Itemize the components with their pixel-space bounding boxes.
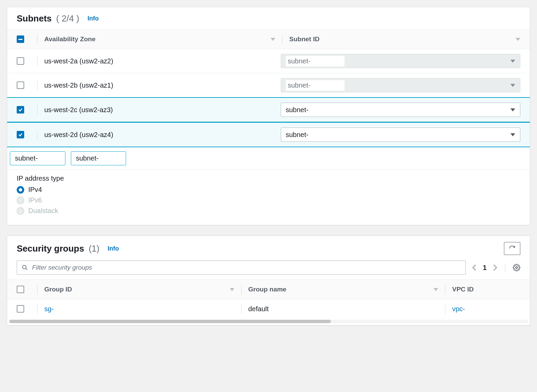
sort-icon[interactable]	[433, 288, 438, 291]
ip-type-label: Dualstack	[28, 207, 58, 215]
chevron-down-icon	[510, 133, 515, 136]
subnets-title: Subnets ( 2/4 )	[17, 13, 79, 24]
security-group-row[interactable]: sg- default vpc-	[7, 299, 530, 318]
availability-zone-cell: us-west-2c (usw2-az3)	[44, 106, 281, 114]
subnets-count: ( 2/4 )	[56, 13, 79, 24]
row-checkbox[interactable]	[17, 305, 24, 313]
chevron-down-icon	[510, 60, 515, 63]
security-groups-panel: Security groups (1) Info Filter security…	[7, 236, 530, 326]
subnets-title-text: Subnets	[17, 13, 52, 24]
chevron-down-icon	[510, 108, 515, 111]
security-groups-table-header: Group ID Group name VPC ID	[7, 280, 530, 299]
subnets-table-header: Availability Zone Subnet ID	[7, 29, 530, 49]
ip-type-label: IPv6	[28, 196, 42, 204]
column-divider	[241, 285, 242, 294]
subnet-id-dropdown: subnet-	[281, 78, 521, 92]
group-id-link[interactable]: sg-	[44, 305, 54, 313]
subnet-row[interactable]: us-west-2c (usw2-az3) subnet-	[7, 97, 530, 122]
subnets-header: Subnets ( 2/4 ) Info	[7, 7, 530, 29]
subnet-token[interactable]: subnet-	[71, 151, 126, 165]
svg-line-1	[26, 268, 27, 270]
column-group-name[interactable]: Group name	[248, 286, 287, 293]
divider	[505, 263, 505, 272]
security-groups-title: Security groups (1)	[17, 243, 99, 254]
security-groups-header-checkbox[interactable]	[17, 286, 24, 293]
refresh-button[interactable]	[504, 242, 520, 255]
column-divider	[37, 34, 37, 44]
settings-icon[interactable]	[513, 264, 520, 271]
security-groups-header: Security groups (1) Info	[7, 236, 530, 260]
availability-zone-cell: us-west-2a (usw2-az2)	[44, 57, 281, 65]
column-divider	[37, 285, 37, 294]
page-prev-icon[interactable]	[472, 264, 477, 271]
ip-type-label: IPv4	[28, 186, 42, 194]
selected-subnet-tokens: subnet-subnet-	[7, 147, 530, 170]
row-checkbox[interactable]	[17, 106, 24, 114]
column-divider	[37, 130, 37, 139]
subnet-id-dropdown[interactable]: subnet-	[281, 127, 521, 142]
column-divider	[445, 285, 445, 294]
subnet-token[interactable]: subnet-	[10, 151, 65, 165]
subnet-id-value: subnet-	[286, 56, 345, 66]
page-next-icon[interactable]	[493, 264, 497, 271]
column-group-id[interactable]: Group ID	[44, 286, 72, 293]
ip-type-option[interactable]: IPv4	[17, 186, 520, 194]
security-groups-filter-bar: Filter security groups 1	[7, 260, 530, 280]
sort-icon[interactable]	[230, 288, 234, 291]
ip-address-type-section: IP address type IPv4 IPv6 Dualstack	[7, 170, 530, 225]
subnet-id-value: subnet-	[286, 131, 309, 139]
availability-zone-cell: us-west-2d (usw2-az4)	[44, 131, 281, 139]
radio-button	[17, 197, 24, 204]
security-groups-info-link[interactable]: Info	[108, 245, 119, 252]
ip-type-option: Dualstack	[17, 207, 520, 215]
subnets-header-checkbox[interactable]	[17, 35, 24, 43]
row-checkbox[interactable]	[17, 81, 24, 89]
filter-security-groups-input[interactable]: Filter security groups	[17, 260, 466, 275]
subnet-id-dropdown: subnet-	[281, 54, 521, 68]
subnet-row[interactable]: us-west-2d (usw2-az4) subnet-	[7, 122, 530, 147]
refresh-icon	[509, 245, 516, 252]
scrollbar-thumb[interactable]	[9, 320, 331, 323]
ip-address-type-label: IP address type	[17, 175, 520, 182]
subnet-id-value: subnet-	[286, 80, 345, 91]
chevron-down-icon	[510, 84, 515, 87]
subnet-id-value: subnet-	[286, 106, 309, 114]
search-icon	[22, 265, 28, 271]
page-number: 1	[483, 264, 487, 272]
svg-point-0	[22, 265, 26, 269]
column-divider	[241, 304, 242, 314]
column-divider	[37, 56, 37, 66]
sort-icon[interactable]	[271, 38, 275, 41]
radio-button	[17, 207, 24, 215]
subnets-info-link[interactable]: Info	[88, 15, 99, 22]
sort-icon[interactable]	[516, 38, 520, 41]
pagination: 1	[472, 263, 520, 272]
svg-point-2	[516, 267, 518, 269]
horizontal-scrollbar[interactable]	[9, 320, 528, 323]
column-divider	[282, 34, 282, 44]
column-subnet-id[interactable]: Subnet ID	[289, 35, 320, 43]
group-name-cell: default	[248, 305, 269, 313]
row-checkbox[interactable]	[17, 57, 24, 65]
availability-zone-cell: us-west-2b (usw2-az1)	[44, 81, 281, 89]
subnets-panel: Subnets ( 2/4 ) Info Availability Zone S…	[7, 7, 530, 225]
column-vpc-id[interactable]: VPC ID	[452, 286, 474, 293]
row-checkbox[interactable]	[17, 131, 24, 138]
column-divider	[37, 304, 37, 314]
column-divider	[37, 80, 37, 90]
radio-button[interactable]	[17, 186, 24, 194]
vpc-id-link[interactable]: vpc-	[452, 305, 465, 313]
ip-type-option: IPv6	[17, 196, 520, 204]
subnet-row[interactable]: us-west-2a (usw2-az2) subnet-	[7, 49, 530, 73]
filter-placeholder: Filter security groups	[32, 264, 92, 271]
subnet-id-dropdown[interactable]: subnet-	[281, 103, 521, 117]
column-divider	[37, 105, 37, 115]
security-groups-count: (1)	[89, 243, 99, 254]
subnet-row[interactable]: us-west-2b (usw2-az1) subnet-	[7, 73, 530, 97]
column-availability-zone[interactable]: Availability Zone	[44, 35, 95, 43]
column-divider	[445, 304, 445, 314]
security-groups-title-text: Security groups	[17, 243, 84, 254]
